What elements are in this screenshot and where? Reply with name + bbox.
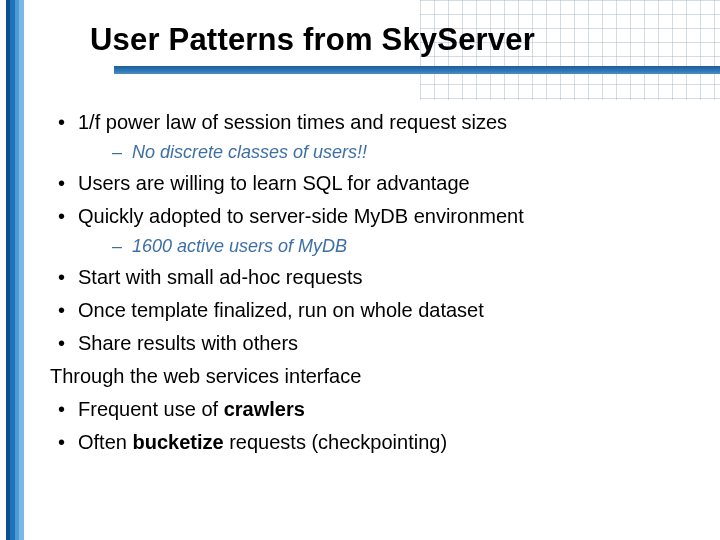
plain-line: Through the web services interface <box>50 362 690 391</box>
bullet-list: Frequent use of crawlers Often bucketize… <box>50 395 690 457</box>
list-item: Once template finalized, run on whole da… <box>50 296 690 325</box>
list-item: Start with small ad-hoc requests <box>50 263 690 292</box>
bullet-text-bold: bucketize <box>132 431 223 453</box>
bullet-text: 1/f power law of session times and reque… <box>78 111 507 133</box>
sub-list: 1600 active users of MyDB <box>78 233 690 259</box>
slide-title: User Patterns from SkyServer <box>90 22 680 58</box>
sub-list-item: No discrete classes of users!! <box>78 139 690 165</box>
bullet-text: Quickly adopted to server-side MyDB envi… <box>78 205 524 227</box>
list-item: Share results with others <box>50 329 690 358</box>
sub-list-item: 1600 active users of MyDB <box>78 233 690 259</box>
list-item: Quickly adopted to server-side MyDB envi… <box>50 202 690 259</box>
bullet-text-pre: Frequent use of <box>78 398 224 420</box>
slide-content: 1/f power law of session times and reque… <box>50 108 690 461</box>
bullet-list: 1/f power law of session times and reque… <box>50 108 690 358</box>
bullet-text-pre: Often <box>78 431 132 453</box>
list-item: Frequent use of crawlers <box>50 395 690 424</box>
left-stripe-decoration <box>6 0 24 540</box>
bullet-text-post: requests (checkpointing) <box>224 431 447 453</box>
title-underline <box>114 66 720 74</box>
list-item: Often bucketize requests (checkpointing) <box>50 428 690 457</box>
sub-list: No discrete classes of users!! <box>78 139 690 165</box>
list-item: 1/f power law of session times and reque… <box>50 108 690 165</box>
bullet-text-bold: crawlers <box>224 398 305 420</box>
list-item: Users are willing to learn SQL for advan… <box>50 169 690 198</box>
